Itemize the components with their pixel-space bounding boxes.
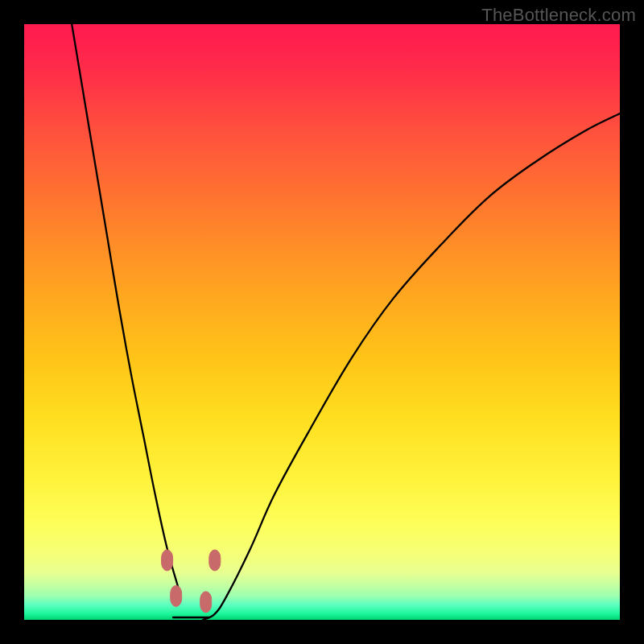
- curve-left-branch: [72, 24, 179, 590]
- curve-right-branch: [203, 114, 620, 620]
- marker-right-upper: [209, 550, 221, 571]
- plot-area: [24, 24, 620, 620]
- marker-left-upper: [162, 550, 173, 571]
- marker-group: [162, 550, 221, 613]
- curve-svg: [24, 24, 620, 620]
- attribution-label: TheBottleneck.com: [481, 5, 636, 26]
- marker-right-lower: [200, 592, 212, 613]
- chart-frame: TheBottleneck.com: [0, 0, 644, 644]
- marker-left-lower: [171, 585, 182, 606]
